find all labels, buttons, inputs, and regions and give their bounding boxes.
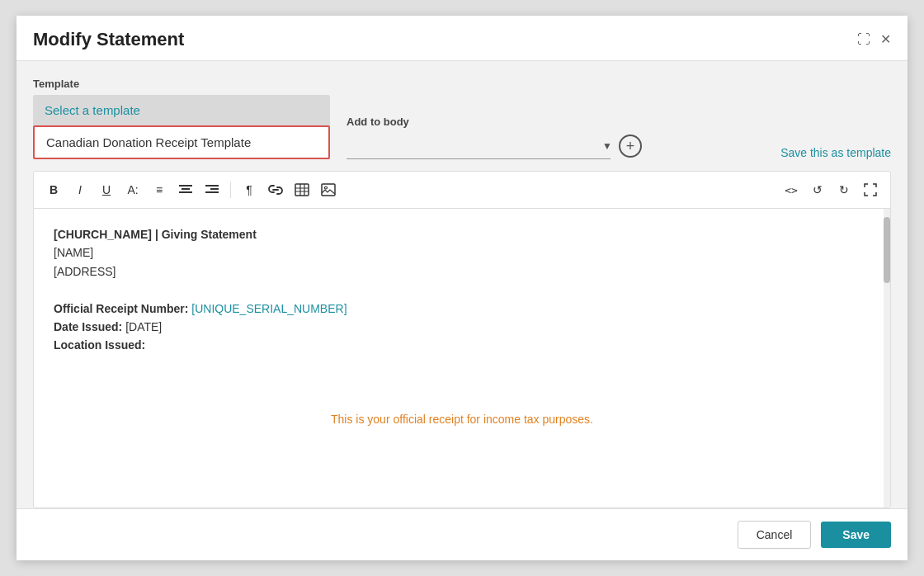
template-section: Template Select a template Canadian Dona… bbox=[33, 78, 330, 159]
close-icon[interactable]: ✕ bbox=[880, 33, 891, 46]
redo-button[interactable]: ↻ bbox=[832, 178, 856, 201]
underline-button[interactable]: U bbox=[95, 178, 118, 201]
location-label: Location Issued: bbox=[54, 338, 145, 352]
template-selected-item[interactable]: Canadian Donation Receipt Template bbox=[33, 125, 330, 159]
code-button[interactable]: <> bbox=[780, 178, 803, 201]
content-receipt-row: Official Receipt Number: [UNIQUE_SERIAL_… bbox=[54, 300, 870, 318]
svg-point-13 bbox=[325, 186, 328, 189]
select-template-option[interactable]: Select a template bbox=[33, 95, 330, 125]
add-to-body-row: ▼ + bbox=[346, 133, 780, 159]
svg-rect-12 bbox=[322, 184, 335, 196]
cancel-button[interactable]: Cancel bbox=[738, 521, 812, 549]
align-right-button[interactable] bbox=[200, 178, 224, 201]
modal-header-icons: ⛶ ✕ bbox=[857, 33, 891, 46]
table-button[interactable] bbox=[290, 178, 314, 201]
content-footer: This is your official receipt for income… bbox=[54, 410, 870, 428]
align-center-button[interactable] bbox=[174, 178, 197, 201]
align-left-button[interactable]: ≡ bbox=[148, 178, 171, 201]
modal-header: Modify Statement ⛶ ✕ bbox=[16, 16, 908, 61]
template-label: Template bbox=[33, 78, 330, 90]
receipt-value: [UNIQUE_SERIAL_NUMBER] bbox=[191, 302, 346, 315]
editor-container: B I U A: ≡ bbox=[33, 171, 891, 508]
italic-button[interactable]: I bbox=[68, 178, 92, 201]
content-line-1: [CHURCH_NAME] | Giving Statement bbox=[54, 225, 870, 243]
toolbar-right: <> ↺ ↻ bbox=[780, 178, 882, 201]
link-button[interactable] bbox=[264, 178, 287, 201]
top-row: Template Select a template Canadian Dona… bbox=[33, 78, 891, 159]
modal-overlay: Modify Statement ⛶ ✕ Template Select a t… bbox=[0, 0, 924, 576]
footer-text: This is your official receipt for income… bbox=[331, 413, 593, 426]
receipt-label: Official Receipt Number: bbox=[54, 302, 191, 315]
toolbar-separator-1 bbox=[230, 182, 231, 198]
add-to-body-select[interactable] bbox=[346, 133, 610, 159]
svg-rect-7 bbox=[295, 184, 309, 196]
bold-button[interactable]: B bbox=[42, 178, 65, 201]
date-value: [DATE] bbox=[125, 320, 162, 333]
modify-statement-modal: Modify Statement ⛶ ✕ Template Select a t… bbox=[16, 16, 908, 560]
expand-icon[interactable]: ⛶ bbox=[857, 33, 870, 46]
template-dropdown-box: Select a template Canadian Donation Rece… bbox=[33, 95, 330, 159]
modal-body: Template Select a template Canadian Dona… bbox=[16, 61, 908, 508]
church-name-bold: [CHURCH_NAME] | Giving Statement bbox=[54, 228, 257, 241]
scrollbar-thumb[interactable] bbox=[884, 217, 890, 283]
fullscreen-button[interactable] bbox=[859, 178, 882, 201]
top-row-right: Add to body ▼ + Save this as template bbox=[346, 116, 891, 159]
editor-content[interactable]: [CHURCH_NAME] | Giving Statement [NAME] … bbox=[34, 209, 890, 508]
content-date-row: Date Issued: [DATE] bbox=[54, 318, 870, 336]
modal-footer: Cancel Save bbox=[16, 508, 908, 560]
content-line-2: [NAME] bbox=[54, 243, 870, 262]
modal-title: Modify Statement bbox=[33, 29, 184, 50]
paragraph-button[interactable]: ¶ bbox=[238, 178, 261, 201]
content-location-row: Location Issued: bbox=[54, 336, 870, 354]
font-size-button[interactable]: A: bbox=[121, 178, 144, 201]
add-to-body-label: Add to body bbox=[346, 116, 780, 128]
date-label: Date Issued: bbox=[54, 320, 125, 333]
add-to-body-button[interactable]: + bbox=[619, 135, 642, 158]
scrollbar-track bbox=[884, 209, 890, 508]
add-to-body-section: Add to body ▼ + bbox=[346, 116, 780, 159]
image-button[interactable] bbox=[317, 178, 340, 201]
content-line-3: [ADDRESS] bbox=[54, 262, 870, 281]
save-template-link[interactable]: Save this as template bbox=[780, 143, 891, 159]
editor-toolbar: B I U A: ≡ bbox=[34, 172, 890, 209]
undo-button[interactable]: ↺ bbox=[806, 178, 829, 201]
save-button[interactable]: Save bbox=[821, 522, 891, 548]
